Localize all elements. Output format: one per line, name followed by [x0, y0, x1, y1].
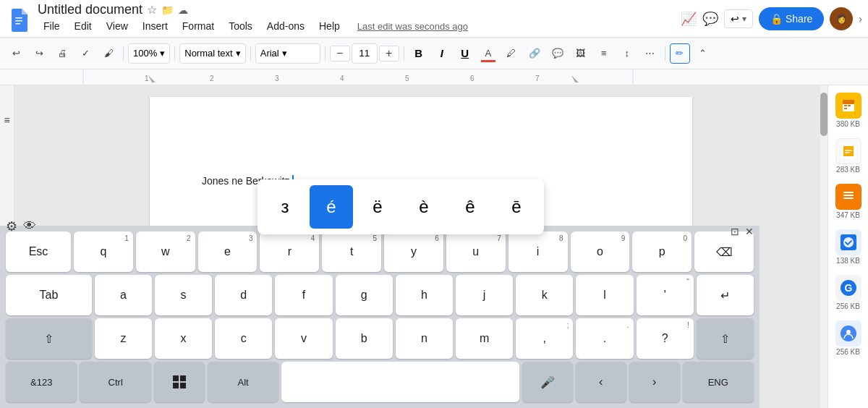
kb-key-mic[interactable]: 🎤	[522, 362, 573, 402]
kb-key-right-arrow[interactable]: ›	[629, 362, 680, 402]
kb-key-y[interactable]: y6	[384, 231, 443, 272]
link-btn[interactable]: 🔗	[524, 43, 545, 64]
share-button[interactable]: 🔒 Share	[759, 7, 824, 30]
kb-key-left-arrow[interactable]: ‹	[576, 362, 626, 402]
keyboard-minimize-icon[interactable]: ⊡	[731, 226, 739, 237]
menu-help[interactable]: Help	[313, 17, 346, 35]
keyboard-watch-icon[interactable]: 👁	[23, 218, 36, 234]
kb-key-enter[interactable]: ↵	[697, 275, 754, 315]
kb-key-quote[interactable]: '"	[637, 275, 694, 315]
keyboard-settings-icon[interactable]: ⚙	[6, 218, 17, 234]
history-btn[interactable]: ↩ ▾	[724, 9, 753, 28]
kb-key-z[interactable]: z	[95, 318, 152, 359]
kb-key-alt[interactable]: Alt	[208, 362, 278, 402]
spellcheck-btn[interactable]: ✓	[75, 43, 95, 64]
font-size-decrease[interactable]: −	[330, 46, 350, 61]
kb-key-ctrl[interactable]: Ctrl	[80, 362, 150, 402]
expand-btn[interactable]: ⌃	[693, 43, 713, 64]
kb-key-r[interactable]: r4	[260, 231, 319, 272]
more-btn[interactable]: ⋯	[640, 43, 660, 64]
doc-outline-icon[interactable]: ≡	[4, 114, 9, 126]
folder-icon[interactable]: 📁	[161, 4, 174, 16]
kb-key-question[interactable]: ?!	[637, 318, 694, 359]
kb-key-x[interactable]: x	[155, 318, 212, 359]
kb-key-g[interactable]: g	[336, 275, 393, 315]
chat-icon[interactable]: 💬	[702, 11, 718, 27]
kb-key-windows[interactable]	[154, 362, 205, 402]
kb-key-lang[interactable]: ENG	[683, 362, 754, 402]
menu-addons[interactable]: Add-ons	[261, 17, 310, 35]
kb-key-u[interactable]: u7	[446, 231, 506, 272]
kb-key-d[interactable]: d	[215, 275, 272, 315]
kb-key-w[interactable]: w2	[136, 231, 195, 272]
rp-item-2[interactable]: 283 KB	[828, 134, 868, 178]
popup-char-e-grave[interactable]: è	[402, 185, 446, 229]
star-icon[interactable]: ☆	[147, 3, 157, 17]
kb-key-e[interactable]: e3	[198, 231, 258, 272]
redo-btn[interactable]: ↪	[29, 43, 49, 64]
popup-char-e-acute[interactable]: é	[310, 185, 353, 229]
paint-format-btn[interactable]: 🖌	[98, 43, 119, 64]
menu-insert[interactable]: Insert	[137, 17, 174, 35]
kb-key-c[interactable]: c	[215, 318, 272, 359]
menu-format[interactable]: Format	[176, 17, 220, 35]
rp-item-3[interactable]: 347 KB	[828, 179, 868, 224]
menu-file[interactable]: File	[38, 17, 66, 35]
kb-key-p[interactable]: p0	[632, 231, 692, 272]
style-selector[interactable]: Normal text ▾	[179, 43, 245, 64]
kb-key-f[interactable]: f	[275, 275, 332, 315]
kb-key-v[interactable]: v	[275, 318, 332, 359]
kb-key-o[interactable]: o9	[571, 231, 630, 272]
cloud-icon[interactable]: ☁	[178, 4, 188, 16]
scrollbar-thumb[interactable]	[820, 93, 827, 136]
font-color-btn[interactable]: A	[478, 43, 498, 64]
rp-item-4[interactable]: 138 KB	[828, 225, 868, 269]
edit-mode-btn[interactable]: ✏	[670, 43, 690, 64]
menu-edit[interactable]: Edit	[69, 17, 98, 35]
image-btn[interactable]: 🖼	[571, 43, 591, 64]
collapse-icon[interactable]: ›	[859, 13, 862, 25]
print-btn[interactable]: 🖨	[52, 43, 72, 64]
kb-key-m[interactable]: m	[456, 318, 513, 359]
zoom-selector[interactable]: 100% ▾	[128, 43, 170, 64]
menu-tools[interactable]: Tools	[223, 17, 258, 35]
comment-btn[interactable]: 💬	[548, 43, 568, 64]
font-size-increase[interactable]: +	[379, 46, 399, 61]
popup-char-z[interactable]: з	[263, 185, 307, 229]
underline-btn[interactable]: U	[455, 43, 475, 64]
popup-char-e-circ[interactable]: ê	[448, 185, 492, 229]
popup-char-e-umlaut[interactable]: ë	[356, 185, 399, 229]
keyboard-close-icon[interactable]: ✕	[745, 226, 754, 237]
rp-item-5[interactable]: G 256 KB	[828, 271, 868, 315]
kb-key-l[interactable]: l	[576, 275, 633, 315]
kb-key-n[interactable]: n	[396, 318, 453, 359]
doc-content[interactable]: Jones ne Berkowitz	[202, 132, 640, 187]
kb-key-symbols[interactable]: &123	[6, 362, 77, 402]
kb-key-space[interactable]	[281, 362, 519, 402]
menu-view[interactable]: View	[101, 17, 134, 35]
font-selector[interactable]: Arial ▾	[255, 43, 320, 64]
kb-key-backspace[interactable]: ⌫	[694, 231, 754, 272]
kb-key-shift-right[interactable]: ⇧	[697, 318, 754, 359]
italic-btn[interactable]: I	[432, 43, 452, 64]
trending-icon[interactable]: 📈	[681, 11, 697, 27]
linespacing-btn[interactable]: ↕	[617, 43, 637, 64]
kb-key-shift-left[interactable]: ⇧	[6, 318, 92, 359]
kb-key-esc[interactable]: Esc	[6, 231, 71, 272]
undo-btn[interactable]: ↩	[6, 43, 26, 64]
scrollbar[interactable]	[820, 85, 827, 408]
rp-item-6[interactable]: 256 KB	[828, 316, 868, 360]
avatar[interactable]: 👩	[830, 7, 853, 30]
popup-char-e-macron[interactable]: ē	[495, 185, 538, 229]
kb-key-j[interactable]: j	[456, 275, 513, 315]
kb-key-period[interactable]: ..	[576, 318, 633, 359]
font-size-input[interactable]	[352, 43, 378, 64]
kb-key-i[interactable]: i8	[509, 231, 568, 272]
rp-item-1[interactable]: 380 KB	[828, 88, 868, 132]
kb-key-t[interactable]: t5	[322, 231, 381, 272]
kb-key-k[interactable]: k	[516, 275, 573, 315]
kb-key-h[interactable]: h	[396, 275, 453, 315]
doc-title[interactable]: Untitled document	[38, 2, 142, 17]
highlight-btn[interactable]: 🖊	[501, 43, 522, 64]
kb-key-b[interactable]: b	[336, 318, 393, 359]
